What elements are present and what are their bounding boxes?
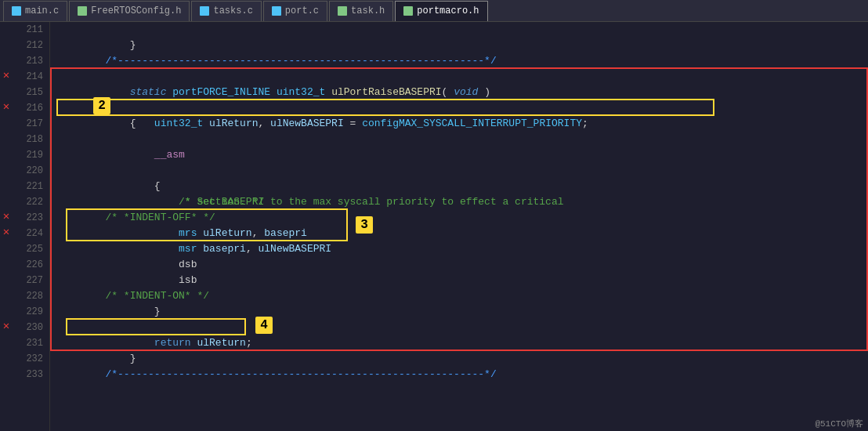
- line-229: 229: [13, 304, 43, 320]
- code-line-229: [56, 304, 862, 320]
- line-227: 227: [13, 273, 43, 288]
- line-220: 220: [13, 163, 43, 179]
- fold-icon-215[interactable]: ▽: [50, 100, 51, 116]
- line-231: 231: [13, 335, 43, 351]
- line-212: 212: [13, 38, 43, 53]
- breakpoint-230[interactable]: ✕: [2, 320, 11, 331]
- code-line-216: uint32_t ulReturn, ulNewBASEPRI = config…: [56, 100, 862, 116]
- code-line-225: dsb: [56, 241, 862, 257]
- line-215: 215: [13, 85, 43, 100]
- code-line-224: msr basepri, ulNewBASEPRI: [56, 226, 862, 241]
- line-232: 232: [13, 351, 43, 367]
- line-230: 230: [13, 320, 43, 335]
- code-line-213: [56, 53, 862, 69]
- tab-task-h[interactable]: task.h: [329, 1, 393, 21]
- code-line-214: static portFORCE_INLINE uint32_t ulPortR…: [56, 69, 862, 85]
- line-224: 224: [13, 226, 43, 241]
- line-213: 213: [13, 53, 43, 69]
- tab-portmacro-h[interactable]: portmacro.h: [395, 1, 487, 21]
- watermark: @51CTO博客: [815, 418, 863, 429]
- line-225: 225: [13, 241, 43, 257]
- code-line-223: mrs ulReturn, basepri: [56, 210, 862, 226]
- tab-bar: main.c FreeRTOSConfig.h tasks.c port.c t…: [0, 0, 868, 22]
- line-219: 219: [13, 147, 43, 163]
- code-line-233: [56, 367, 862, 382]
- code-line-221: * section. */: [56, 179, 862, 194]
- file-icon: [200, 6, 209, 16]
- line-218: 218: [13, 132, 43, 147]
- annotation-3: 3: [356, 216, 373, 234]
- code-line-231: }: [56, 335, 862, 351]
- file-h-icon: [338, 6, 347, 16]
- code-line-232: /*--------------------------------------…: [56, 351, 862, 367]
- line-228: 228: [13, 288, 43, 304]
- tab-freertosconfig-h[interactable]: FreeRTOSConfig.h: [69, 1, 190, 21]
- code-line-217: [56, 116, 862, 132]
- code-line-226: isb: [56, 257, 862, 273]
- code-line-211: }: [56, 22, 862, 38]
- line-226: 226: [13, 257, 43, 273]
- fold-icon-220[interactable]: ▽: [50, 179, 51, 194]
- code-line-212: /*--------------------------------------…: [56, 38, 862, 53]
- code-line-218: __asm: [56, 132, 862, 147]
- code-line-215: ▽ {: [56, 85, 862, 100]
- tab-port-c[interactable]: port.c: [263, 1, 327, 21]
- breakpoint-223[interactable]: ✕: [2, 210, 11, 221]
- editor-body: ✕ ✕ ✕ ✕ ✕ 211 212 213 214 215 216 217 21…: [0, 22, 868, 431]
- line-216: 216: [13, 100, 43, 116]
- line-222: 222: [13, 194, 43, 210]
- file-h-icon: [78, 6, 87, 16]
- annotation-2: 2: [93, 97, 110, 114]
- code-line-219: ▽ {: [56, 147, 862, 163]
- file-icon: [272, 6, 281, 16]
- code-line-228: }: [56, 288, 862, 304]
- fold-icon-219[interactable]: ▽: [50, 163, 51, 179]
- line-214: 214: [13, 69, 43, 85]
- tab-main-c[interactable]: main.c: [3, 1, 67, 21]
- editor-container: main.c FreeRTOSConfig.h tasks.c port.c t…: [0, 0, 868, 431]
- line-233: 233: [13, 367, 43, 382]
- code-area: 2 3 4 } /*------------------------------…: [50, 22, 868, 431]
- line-223: 223: [13, 210, 43, 226]
- tab-tasks-c[interactable]: tasks.c: [191, 1, 261, 21]
- file-h-icon-active: [403, 6, 413, 16]
- file-icon: [12, 6, 21, 16]
- line-number-gutter: 211 212 213 214 215 216 217 218 219 220 …: [13, 22, 50, 431]
- code-line-227: /* *INDENT-ON* */: [56, 273, 862, 288]
- code-line-220: ▽ /* Set BASEPRI to the max syscall prio…: [56, 163, 862, 179]
- code-line-222: /* *INDENT-OFF* */: [56, 194, 862, 210]
- breakpoint-column: ✕ ✕ ✕ ✕ ✕: [0, 22, 13, 431]
- line-217: 217: [13, 116, 43, 132]
- breakpoint-224[interactable]: ✕: [2, 226, 11, 237]
- line-221: 221: [13, 179, 43, 194]
- line-211: 211: [13, 22, 43, 38]
- breakpoint-214[interactable]: ✕: [2, 69, 11, 80]
- code-line-230: return ulReturn;: [56, 320, 862, 335]
- annotation-4: 4: [255, 317, 273, 334]
- breakpoint-216[interactable]: ✕: [2, 100, 11, 111]
